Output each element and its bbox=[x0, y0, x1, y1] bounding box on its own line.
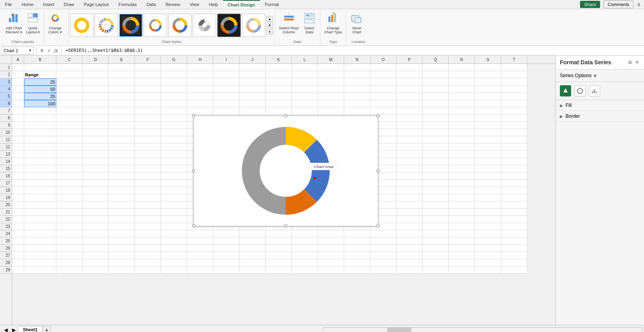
comments-button[interactable]: Comments bbox=[603, 0, 634, 8]
cell-s13[interactable] bbox=[475, 151, 501, 158]
cell-a22[interactable] bbox=[12, 216, 24, 223]
cell-c15[interactable] bbox=[56, 165, 83, 172]
cell-a15[interactable] bbox=[12, 165, 24, 172]
cell-r28[interactable] bbox=[449, 259, 475, 266]
confirm-formula-icon[interactable]: ✓ bbox=[46, 47, 52, 54]
cell-j27[interactable] bbox=[239, 252, 266, 259]
cell-p12[interactable] bbox=[396, 143, 423, 151]
cell-k25[interactable] bbox=[266, 238, 292, 245]
cell-l24[interactable] bbox=[292, 230, 318, 238]
cell-m3[interactable] bbox=[318, 78, 344, 86]
cell-b6[interactable]: 100 bbox=[24, 100, 56, 107]
cell-g15[interactable] bbox=[161, 165, 187, 172]
cell-c29[interactable] bbox=[56, 266, 83, 274]
cell-b12[interactable] bbox=[24, 143, 56, 151]
cell-g6[interactable] bbox=[161, 100, 187, 107]
cell-p9[interactable] bbox=[396, 122, 423, 129]
cell-d21[interactable] bbox=[83, 209, 109, 216]
row-header-18[interactable]: 18 bbox=[0, 187, 12, 194]
cell-r21[interactable] bbox=[449, 209, 475, 216]
chart-style-7[interactable] bbox=[217, 14, 241, 37]
cell-c18[interactable] bbox=[56, 187, 83, 194]
cell-n5[interactable] bbox=[344, 93, 370, 100]
tab-chart-design[interactable]: Chart Design bbox=[223, 0, 260, 9]
cell-b27[interactable] bbox=[24, 252, 56, 259]
panel-bar-chart-icon-btn[interactable] bbox=[589, 85, 600, 96]
cell-d5[interactable] bbox=[83, 93, 109, 100]
cell-a28[interactable] bbox=[12, 259, 24, 266]
cell-s12[interactable] bbox=[475, 143, 501, 151]
cell-e24[interactable] bbox=[109, 230, 135, 238]
formula-input[interactable] bbox=[64, 48, 642, 53]
cell-t15[interactable] bbox=[501, 165, 527, 172]
cell-a24[interactable] bbox=[12, 230, 24, 238]
cell-d4[interactable] bbox=[83, 86, 109, 93]
cell-g13[interactable] bbox=[161, 151, 187, 158]
row-header-21[interactable]: 21 bbox=[0, 209, 12, 216]
cell-g20[interactable] bbox=[161, 201, 187, 209]
cell-o1[interactable] bbox=[370, 64, 396, 71]
cell-c14[interactable] bbox=[56, 158, 83, 165]
cell-n6[interactable] bbox=[344, 100, 370, 107]
cell-k2[interactable] bbox=[266, 71, 292, 78]
cell-a9[interactable] bbox=[12, 122, 24, 129]
cell-f23[interactable] bbox=[135, 223, 161, 230]
cell-i26[interactable] bbox=[213, 245, 239, 252]
cell-b13[interactable] bbox=[24, 151, 56, 158]
cell-h7[interactable] bbox=[187, 107, 213, 115]
cell-h29[interactable] bbox=[187, 266, 213, 274]
cell-c10[interactable] bbox=[56, 129, 83, 136]
cell-p20[interactable] bbox=[396, 201, 423, 209]
cell-r18[interactable] bbox=[449, 187, 475, 194]
cell-r17[interactable] bbox=[449, 180, 475, 187]
cell-a2[interactable] bbox=[12, 71, 24, 78]
cell-s27[interactable] bbox=[475, 252, 501, 259]
cell-m2[interactable] bbox=[318, 71, 344, 78]
cell-g25[interactable] bbox=[161, 238, 187, 245]
cell-l6[interactable] bbox=[292, 100, 318, 107]
cell-l29[interactable] bbox=[292, 266, 318, 274]
cell-f2[interactable] bbox=[135, 71, 161, 78]
chart-container[interactable]: Chart Area bbox=[193, 115, 378, 226]
cell-p17[interactable] bbox=[396, 180, 423, 187]
cell-k6[interactable] bbox=[266, 100, 292, 107]
row-header-10[interactable]: 10 bbox=[0, 129, 12, 136]
cell-e14[interactable] bbox=[109, 158, 135, 165]
cell-j26[interactable] bbox=[239, 245, 266, 252]
tab-home[interactable]: Home bbox=[17, 0, 38, 9]
cell-p2[interactable] bbox=[396, 71, 423, 78]
cell-b11[interactable] bbox=[24, 136, 56, 143]
cell-f13[interactable] bbox=[135, 151, 161, 158]
cell-c1[interactable] bbox=[56, 64, 83, 71]
row-header-5[interactable]: 5 bbox=[0, 93, 12, 100]
name-box-arrow[interactable]: ▼ bbox=[29, 49, 32, 52]
cell-p8[interactable] bbox=[396, 115, 423, 122]
cell-p6[interactable] bbox=[396, 100, 423, 107]
cell-b7[interactable] bbox=[24, 107, 56, 115]
cell-a7[interactable] bbox=[12, 107, 24, 115]
cell-p28[interactable] bbox=[396, 259, 423, 266]
cell-f5[interactable] bbox=[135, 93, 161, 100]
cell-q28[interactable] bbox=[423, 259, 449, 266]
cell-i4[interactable] bbox=[213, 86, 239, 93]
cell-p16[interactable] bbox=[396, 172, 423, 180]
cell-c4[interactable] bbox=[56, 86, 83, 93]
cell-d6[interactable] bbox=[83, 100, 109, 107]
cell-s10[interactable] bbox=[475, 129, 501, 136]
cell-t3[interactable] bbox=[501, 78, 527, 86]
cell-b23[interactable] bbox=[24, 223, 56, 230]
cell-r10[interactable] bbox=[449, 129, 475, 136]
cell-a27[interactable] bbox=[12, 252, 24, 259]
cell-d16[interactable] bbox=[83, 172, 109, 180]
series-options-toggle[interactable]: Series Options ∨ bbox=[560, 73, 640, 78]
cell-i6[interactable] bbox=[213, 100, 239, 107]
cell-t21[interactable] bbox=[501, 209, 527, 216]
cell-e11[interactable] bbox=[109, 136, 135, 143]
cell-a5[interactable] bbox=[12, 93, 24, 100]
cell-h3[interactable] bbox=[187, 78, 213, 86]
cell-r27[interactable] bbox=[449, 252, 475, 259]
cell-p19[interactable] bbox=[396, 194, 423, 201]
cell-f21[interactable] bbox=[135, 209, 161, 216]
cell-r15[interactable] bbox=[449, 165, 475, 172]
cell-s23[interactable] bbox=[475, 223, 501, 230]
